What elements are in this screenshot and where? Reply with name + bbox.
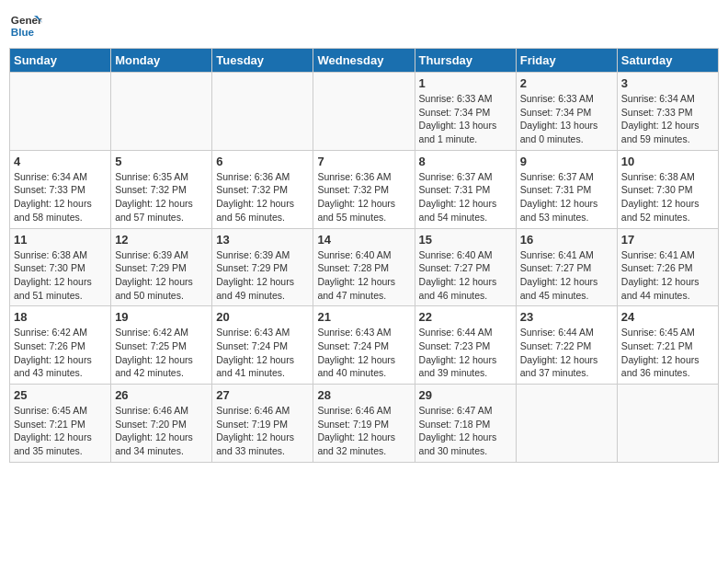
day-info: Sunrise: 6:35 AM Sunset: 7:32 PM Dayligh… xyxy=(115,170,208,224)
day-number: 15 xyxy=(419,233,512,247)
day-info: Sunrise: 6:45 AM Sunset: 7:21 PM Dayligh… xyxy=(14,404,107,458)
column-header-tuesday: Tuesday xyxy=(212,49,313,73)
day-info: Sunrise: 6:36 AM Sunset: 7:32 PM Dayligh… xyxy=(317,170,410,224)
day-number: 12 xyxy=(115,233,208,247)
day-number: 9 xyxy=(520,155,613,168)
column-header-thursday: Thursday xyxy=(415,49,516,73)
page-header: General Blue xyxy=(9,9,719,42)
calendar-cell: 9Sunrise: 6:37 AM Sunset: 7:31 PM Daylig… xyxy=(516,150,617,228)
day-number: 1 xyxy=(419,76,512,90)
day-info: Sunrise: 6:42 AM Sunset: 7:25 PM Dayligh… xyxy=(115,326,208,380)
day-number: 24 xyxy=(621,310,714,324)
calendar-cell: 2Sunrise: 6:33 AM Sunset: 7:34 PM Daylig… xyxy=(516,73,617,151)
day-number: 8 xyxy=(419,155,512,168)
week-row-5: 25Sunrise: 6:45 AM Sunset: 7:21 PM Dayli… xyxy=(10,385,719,463)
calendar-cell xyxy=(212,73,313,151)
day-info: Sunrise: 6:36 AM Sunset: 7:32 PM Dayligh… xyxy=(216,170,309,224)
day-number: 3 xyxy=(621,76,714,90)
day-info: Sunrise: 6:40 AM Sunset: 7:28 PM Dayligh… xyxy=(317,248,410,303)
calendar-cell: 12Sunrise: 6:39 AM Sunset: 7:29 PM Dayli… xyxy=(111,228,212,306)
day-number: 28 xyxy=(317,388,410,402)
calendar-cell: 19Sunrise: 6:42 AM Sunset: 7:25 PM Dayli… xyxy=(111,306,212,385)
column-header-monday: Monday xyxy=(111,49,212,73)
day-info: Sunrise: 6:33 AM Sunset: 7:34 PM Dayligh… xyxy=(419,92,512,146)
day-number: 13 xyxy=(216,233,309,247)
logo: General Blue xyxy=(9,9,42,42)
calendar-cell: 20Sunrise: 6:43 AM Sunset: 7:24 PM Dayli… xyxy=(212,306,313,385)
calendar-cell: 3Sunrise: 6:34 AM Sunset: 7:33 PM Daylig… xyxy=(617,73,718,151)
day-number: 4 xyxy=(14,155,107,168)
calendar-cell: 24Sunrise: 6:45 AM Sunset: 7:21 PM Dayli… xyxy=(617,306,718,385)
calendar-cell: 5Sunrise: 6:35 AM Sunset: 7:32 PM Daylig… xyxy=(111,150,212,228)
week-row-4: 18Sunrise: 6:42 AM Sunset: 7:26 PM Dayli… xyxy=(10,306,719,385)
column-header-saturday: Saturday xyxy=(617,49,718,73)
calendar-cell xyxy=(617,385,718,463)
day-info: Sunrise: 6:46 AM Sunset: 7:19 PM Dayligh… xyxy=(216,404,309,458)
calendar-cell: 13Sunrise: 6:39 AM Sunset: 7:29 PM Dayli… xyxy=(212,228,313,306)
calendar-table: SundayMondayTuesdayWednesdayThursdayFrid… xyxy=(9,48,719,463)
calendar-cell xyxy=(313,73,415,151)
day-info: Sunrise: 6:46 AM Sunset: 7:20 PM Dayligh… xyxy=(115,404,208,458)
day-info: Sunrise: 6:44 AM Sunset: 7:23 PM Dayligh… xyxy=(419,326,512,380)
calendar-cell xyxy=(516,385,617,463)
day-info: Sunrise: 6:38 AM Sunset: 7:30 PM Dayligh… xyxy=(14,248,107,303)
calendar-cell: 21Sunrise: 6:43 AM Sunset: 7:24 PM Dayli… xyxy=(313,306,415,385)
day-info: Sunrise: 6:44 AM Sunset: 7:22 PM Dayligh… xyxy=(520,326,613,380)
calendar-cell xyxy=(10,73,111,151)
day-info: Sunrise: 6:38 AM Sunset: 7:30 PM Dayligh… xyxy=(621,170,714,224)
calendar-cell: 14Sunrise: 6:40 AM Sunset: 7:28 PM Dayli… xyxy=(313,228,415,306)
calendar-cell: 23Sunrise: 6:44 AM Sunset: 7:22 PM Dayli… xyxy=(516,306,617,385)
calendar-cell: 8Sunrise: 6:37 AM Sunset: 7:31 PM Daylig… xyxy=(415,150,516,228)
day-number: 2 xyxy=(520,76,613,90)
calendar-cell: 28Sunrise: 6:46 AM Sunset: 7:19 PM Dayli… xyxy=(313,385,415,463)
calendar-cell: 27Sunrise: 6:46 AM Sunset: 7:19 PM Dayli… xyxy=(212,385,313,463)
day-info: Sunrise: 6:46 AM Sunset: 7:19 PM Dayligh… xyxy=(317,404,410,458)
day-number: 7 xyxy=(317,155,410,168)
day-info: Sunrise: 6:37 AM Sunset: 7:31 PM Dayligh… xyxy=(419,170,512,224)
day-number: 10 xyxy=(621,155,714,168)
week-row-2: 4Sunrise: 6:34 AM Sunset: 7:33 PM Daylig… xyxy=(10,150,719,228)
day-number: 6 xyxy=(216,155,309,168)
day-info: Sunrise: 6:34 AM Sunset: 7:33 PM Dayligh… xyxy=(621,92,714,146)
column-header-wednesday: Wednesday xyxy=(313,49,415,73)
day-number: 19 xyxy=(115,310,208,324)
day-number: 22 xyxy=(419,310,512,324)
day-number: 5 xyxy=(115,155,208,168)
day-number: 23 xyxy=(520,310,613,324)
day-number: 14 xyxy=(317,233,410,247)
calendar-cell: 16Sunrise: 6:41 AM Sunset: 7:27 PM Dayli… xyxy=(516,228,617,306)
header-row: SundayMondayTuesdayWednesdayThursdayFrid… xyxy=(10,49,719,73)
day-number: 20 xyxy=(216,310,309,324)
day-number: 18 xyxy=(14,310,107,324)
calendar-cell: 15Sunrise: 6:40 AM Sunset: 7:27 PM Dayli… xyxy=(415,228,516,306)
week-row-1: 1Sunrise: 6:33 AM Sunset: 7:34 PM Daylig… xyxy=(10,73,719,151)
calendar-cell: 17Sunrise: 6:41 AM Sunset: 7:26 PM Dayli… xyxy=(617,228,718,306)
calendar-cell: 26Sunrise: 6:46 AM Sunset: 7:20 PM Dayli… xyxy=(111,385,212,463)
day-info: Sunrise: 6:37 AM Sunset: 7:31 PM Dayligh… xyxy=(520,170,613,224)
day-number: 25 xyxy=(14,388,107,402)
day-number: 17 xyxy=(621,233,714,247)
day-info: Sunrise: 6:42 AM Sunset: 7:26 PM Dayligh… xyxy=(14,326,107,380)
day-number: 11 xyxy=(14,233,107,247)
day-number: 26 xyxy=(115,388,208,402)
calendar-cell: 11Sunrise: 6:38 AM Sunset: 7:30 PM Dayli… xyxy=(10,228,111,306)
day-info: Sunrise: 6:43 AM Sunset: 7:24 PM Dayligh… xyxy=(317,326,410,380)
column-header-sunday: Sunday xyxy=(10,49,111,73)
day-number: 21 xyxy=(317,310,410,324)
day-info: Sunrise: 6:33 AM Sunset: 7:34 PM Dayligh… xyxy=(520,92,613,146)
day-info: Sunrise: 6:34 AM Sunset: 7:33 PM Dayligh… xyxy=(14,170,107,224)
day-number: 29 xyxy=(419,388,512,402)
calendar-cell: 18Sunrise: 6:42 AM Sunset: 7:26 PM Dayli… xyxy=(10,306,111,385)
day-info: Sunrise: 6:39 AM Sunset: 7:29 PM Dayligh… xyxy=(216,248,309,303)
day-info: Sunrise: 6:41 AM Sunset: 7:26 PM Dayligh… xyxy=(621,248,714,303)
day-info: Sunrise: 6:41 AM Sunset: 7:27 PM Dayligh… xyxy=(520,248,613,303)
column-header-friday: Friday xyxy=(516,49,617,73)
calendar-cell xyxy=(111,73,212,151)
calendar-cell: 7Sunrise: 6:36 AM Sunset: 7:32 PM Daylig… xyxy=(313,150,415,228)
calendar-cell: 22Sunrise: 6:44 AM Sunset: 7:23 PM Dayli… xyxy=(415,306,516,385)
calendar-cell: 4Sunrise: 6:34 AM Sunset: 7:33 PM Daylig… xyxy=(10,150,111,228)
day-info: Sunrise: 6:45 AM Sunset: 7:21 PM Dayligh… xyxy=(621,326,714,380)
svg-text:General: General xyxy=(11,14,42,26)
day-number: 27 xyxy=(216,388,309,402)
calendar-cell: 10Sunrise: 6:38 AM Sunset: 7:30 PM Dayli… xyxy=(617,150,718,228)
